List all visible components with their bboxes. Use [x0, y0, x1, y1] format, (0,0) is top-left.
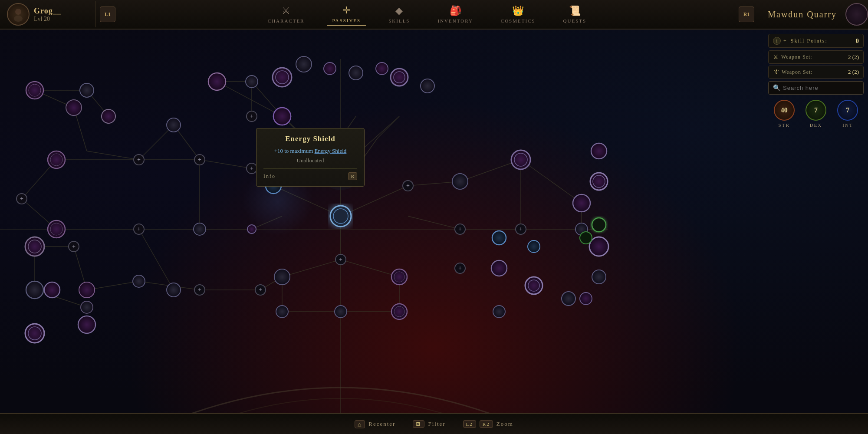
svg-point-81 [81, 301, 93, 313]
svg-point-79 [26, 281, 43, 299]
weapon-set-2-value: 2 (2) [848, 69, 859, 76]
svg-point-151 [580, 232, 592, 244]
character-tab-icon: ⚔ [282, 5, 290, 16]
weapon-set-1-icon: ⚔ [773, 53, 779, 61]
svg-point-92 [391, 69, 408, 86]
right-panel: i + Skill Points: 0 ⚔ Weapon Set: 2 (2) … [768, 34, 864, 133]
svg-point-160 [273, 108, 291, 125]
tab-skills[interactable]: ◆ Skills [383, 3, 415, 25]
svg-point-133 [274, 269, 290, 285]
cosmetics-tab-icon: 👑 [512, 5, 524, 16]
svg-text:+: + [250, 165, 253, 171]
svg-point-111 [452, 174, 468, 189]
tab-inventory[interactable]: 🎒 Inventory [432, 3, 478, 25]
svg-text:+: + [72, 243, 76, 250]
tooltip-info-label: Info [263, 173, 276, 180]
svg-point-143 [133, 275, 145, 287]
zoom-r2-key: R2 [480, 420, 493, 428]
svg-point-155 [247, 225, 256, 233]
dex-label: DEX [810, 122, 822, 128]
int-circle: 7 [837, 100, 858, 121]
svg-point-91 [376, 62, 388, 75]
skill-points-label-wrapper: i + Skill Points: [773, 37, 828, 45]
svg-text:+: + [458, 265, 462, 271]
tooltip-info-key-button[interactable]: R [348, 172, 357, 180]
tab-character[interactable]: ⚔ Character [263, 3, 310, 25]
top-navigation: Grog__ Lvl 20 L1 ⚔ Character ✛ Passives … [0, 0, 868, 30]
dex-circle: 7 [806, 100, 826, 121]
cosmetics-tab-label: Cosmetics [501, 18, 536, 23]
skill-points-value: 0 [856, 37, 859, 45]
search-box[interactable]: 🔍 [768, 81, 864, 95]
svg-point-129 [562, 292, 575, 306]
tab-cosmetics[interactable]: 👑 Cosmetics [496, 3, 541, 25]
svg-point-66 [102, 109, 115, 123]
quests-tab-label: Quests [563, 18, 587, 23]
svg-point-142 [167, 283, 181, 297]
svg-line-13 [378, 116, 399, 138]
skill-tree-canvas[interactable]: + + + + + + [0, 30, 868, 413]
filter-button[interactable]: 🖼 Filter [413, 420, 445, 428]
search-icon: 🔍 [773, 84, 780, 92]
svg-point-163 [391, 304, 407, 319]
player-name: Grog__ [34, 7, 62, 16]
weapon-set-2-row: 🗡 Weapon Set: 2 (2) [768, 66, 864, 79]
svg-point-126 [491, 260, 507, 276]
weapon-set-1-row: ⚔ Weapon Set: 2 (2) [768, 50, 864, 64]
svg-line-35 [282, 260, 341, 277]
weapon-set-2-label: Weapon Set: [782, 69, 848, 76]
svg-point-144 [78, 316, 95, 333]
svg-text:+: + [458, 226, 462, 232]
svg-point-89 [324, 62, 336, 75]
nav-tabs: ⚔ Character ✛ Passives ◆ Skills 🎒 Invent… [120, 3, 734, 26]
filter-key: 🖼 [413, 420, 424, 428]
svg-point-130 [493, 306, 505, 318]
str-label: STR [779, 122, 790, 128]
skill-points-info-icon[interactable]: i [773, 37, 781, 45]
player-level: Lvl 20 [34, 16, 62, 23]
recenter-label: Recenter [368, 421, 395, 427]
svg-line-16 [200, 160, 252, 168]
svg-line-45 [87, 151, 139, 160]
plus-icon: + [783, 38, 787, 44]
svg-point-152 [492, 231, 506, 245]
recenter-button[interactable]: △ Recenter [355, 420, 395, 428]
search-input[interactable] [783, 85, 859, 91]
str-stat: 40 STR [774, 100, 795, 128]
svg-point-94 [421, 79, 434, 93]
svg-point-64 [66, 100, 82, 115]
skill-points-row: i + Skill Points: 0 [768, 34, 864, 48]
tooltip-title: Energy Shield [263, 135, 357, 143]
l1-button[interactable]: L1 [100, 7, 115, 22]
avatar [7, 3, 30, 26]
zoom-button[interactable]: L2 R2 Zoom [463, 420, 513, 428]
svg-point-153 [528, 240, 540, 253]
stats-row: 40 STR 7 DEX 7 INT [768, 100, 864, 128]
inventory-tab-icon: 🎒 [450, 5, 461, 16]
svg-text:+: + [137, 226, 141, 232]
str-circle: 40 [774, 100, 795, 121]
player-text: Grog__ Lvl 20 [34, 7, 62, 23]
svg-text:+: + [259, 286, 262, 293]
zoom-label: Zoom [496, 421, 513, 427]
dex-stat: 7 DEX [806, 100, 826, 128]
svg-point-0 [15, 9, 21, 15]
svg-point-147 [44, 282, 60, 298]
inventory-tab-label: Inventory [437, 18, 473, 23]
svg-point-83 [246, 76, 258, 88]
weapon-set-1-label: Weapon Set: [781, 54, 848, 60]
location-name: Mawdun Quarry [759, 10, 845, 20]
filter-label: Filter [428, 421, 445, 427]
character-tab-label: Character [268, 18, 305, 23]
svg-point-135 [335, 306, 347, 318]
tab-quests[interactable]: 📜 Quests [558, 3, 592, 25]
svg-point-124 [592, 270, 606, 284]
svg-text:+: + [198, 156, 201, 163]
tab-passives[interactable]: ✛ Passives [327, 3, 366, 26]
svg-point-154 [194, 223, 206, 235]
svg-point-90 [349, 66, 363, 80]
int-stat: 7 INT [837, 100, 858, 128]
svg-line-27 [408, 216, 460, 229]
svg-text:+: + [137, 156, 141, 163]
r1-button[interactable]: R1 [739, 7, 754, 22]
